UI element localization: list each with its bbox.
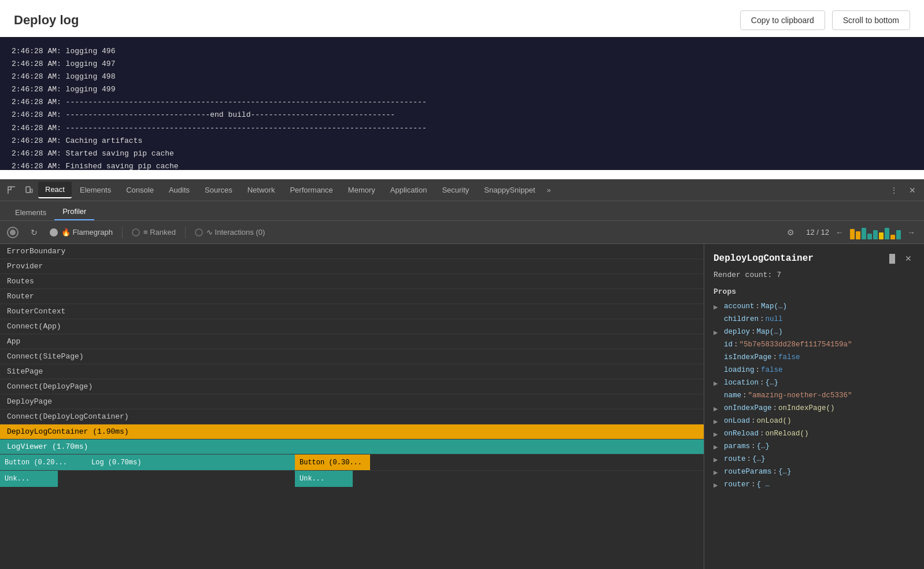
- expand-arrow-account[interactable]: ▶: [714, 302, 722, 312]
- prop-isindexpage: ▶ isIndexPage : false: [714, 352, 915, 364]
- more-tabs-button[interactable]: »: [544, 183, 555, 197]
- component-bars-row: Button (0.20... Log (0.70ms) Button (0.3…: [0, 455, 704, 471]
- log-line: 2:46:28 AM: Started saving pip cache: [12, 147, 912, 160]
- subtab-elements[interactable]: Elements: [7, 205, 54, 220]
- component-row[interactable]: Router: [0, 289, 704, 304]
- log-line: 2:46:28 AM: ----------------------------…: [12, 109, 912, 121]
- details-header: DeployLogContainer ▐▌ ✕: [714, 252, 915, 265]
- component-details-panel: DeployLogContainer ▐▌ ✕ Render count: 7 …: [704, 244, 924, 569]
- tab-performance[interactable]: Performance: [283, 182, 339, 198]
- component-row[interactable]: RouterContext: [0, 304, 704, 319]
- tab-memory[interactable]: Memory: [341, 182, 382, 198]
- flame-mini-bar: [885, 228, 889, 239]
- expand-arrow-routeparams[interactable]: ▶: [714, 468, 722, 477]
- log-line: 2:46:28 AM: Finished saving pip cache: [12, 160, 912, 170]
- log-line: 2:46:28 AM: logging 496: [12, 45, 912, 58]
- devtools-topbar-right: ⋮ ✕: [886, 182, 921, 198]
- toolbar-separator-1: [122, 227, 123, 238]
- flame-mini-bar: [862, 228, 866, 239]
- profiler-toolbar: ↻ 🔥 Flamegraph ≡ Ranked ∿ Interactions (…: [0, 221, 924, 244]
- button-bar-right[interactable]: Button (0.30...: [295, 455, 370, 470]
- settings-icon[interactable]: ⚙: [785, 227, 797, 238]
- sub-bars-row: Unk... Unk...: [0, 471, 704, 487]
- profiler-nav-count: 12 / 12: [806, 228, 829, 237]
- expand-arrow-deploy[interactable]: ▶: [714, 328, 722, 337]
- svg-rect-4: [31, 189, 32, 193]
- ranked-radio: [132, 228, 140, 237]
- prop-routeparams: ▶ routeParams : {…}: [714, 466, 915, 479]
- tab-snappysnippet[interactable]: SnappySnippet: [477, 182, 542, 198]
- interactions-option[interactable]: ∿ Interactions (0): [195, 228, 265, 237]
- close-devtools-icon[interactable]: ✕: [904, 182, 921, 198]
- tab-react[interactable]: React: [38, 182, 72, 198]
- device-toggle-icon[interactable]: [21, 182, 37, 198]
- component-row[interactable]: App: [0, 334, 704, 349]
- tab-audits[interactable]: Audits: [162, 182, 197, 198]
- expand-arrow-route[interactable]: ▶: [714, 455, 722, 464]
- ranked-option[interactable]: ≡ Ranked: [132, 228, 176, 237]
- component-row[interactable]: SitePage: [0, 364, 704, 379]
- prop-onreload: ▶ onReload : onReload(): [714, 428, 915, 441]
- unk-bar-right[interactable]: Unk...: [295, 471, 353, 487]
- close-details-icon[interactable]: ✕: [902, 252, 915, 265]
- deploy-log-actions: Copy to clipboard Scroll to bottom: [740, 10, 910, 30]
- prop-onindexpage: ▶ onIndexPage : onIndexPage(): [714, 402, 915, 415]
- expand-arrow-params[interactable]: ▶: [714, 442, 722, 452]
- tab-console[interactable]: Console: [119, 182, 161, 198]
- prop-location: ▶ location : {…}: [714, 377, 915, 390]
- flame-mini-bar: [879, 232, 884, 239]
- component-row[interactable]: DeployPage: [0, 394, 704, 409]
- prop-route: ▶ route : {…}: [714, 453, 915, 466]
- reload-record-button[interactable]: ↻: [28, 226, 40, 239]
- log-bar[interactable]: Log (0.70ms): [87, 455, 295, 470]
- unk-bar-left[interactable]: Unk...: [0, 471, 58, 487]
- component-tree: ErrorBoundary Provider Routes Router Rou…: [0, 244, 704, 569]
- profiler-prev-button[interactable]: ←: [834, 227, 845, 238]
- copy-to-clipboard-button[interactable]: Copy to clipboard: [740, 10, 825, 30]
- tab-elements[interactable]: Elements: [73, 182, 118, 198]
- flame-mini-bar: [896, 230, 901, 239]
- expand-arrow-onload[interactable]: ▶: [714, 417, 722, 426]
- flame-chart-mini[interactable]: [850, 226, 901, 239]
- component-row[interactable]: Connect(DeployPage): [0, 379, 704, 394]
- record-button[interactable]: [7, 227, 19, 238]
- log-line: 2:46:28 AM: logging 497: [12, 58, 912, 71]
- expand-arrow-onindexpage[interactable]: ▶: [714, 404, 722, 413]
- subtab-profiler[interactable]: Profiler: [54, 204, 94, 220]
- component-row[interactable]: Connect(SitePage): [0, 349, 704, 364]
- expand-arrow-location[interactable]: ▶: [714, 379, 722, 388]
- prop-account: ▶ account : Map(…): [714, 301, 915, 313]
- component-row-highlighted[interactable]: DeployLogContainer (1.90ms): [0, 424, 704, 439]
- profiler-next-button[interactable]: →: [905, 227, 917, 238]
- flame-mini-bar: [890, 235, 895, 239]
- bar-chart-icon[interactable]: ▐▌: [886, 252, 899, 265]
- devtools-tabbar: React Elements Console Audits Sources Ne…: [0, 179, 924, 201]
- toolbar-separator-2: [185, 227, 186, 238]
- component-row-teal[interactable]: LogViewer (1.70ms): [0, 439, 704, 455]
- prop-loading: ▶ loading : false: [714, 364, 915, 377]
- details-component-name: DeployLogContainer: [714, 253, 814, 264]
- details-icons: ▐▌ ✕: [886, 252, 915, 265]
- expand-arrow-onreload[interactable]: ▶: [714, 430, 722, 439]
- tab-security[interactable]: Security: [435, 182, 476, 198]
- component-row[interactable]: Provider: [0, 259, 704, 274]
- inspect-element-icon[interactable]: [3, 182, 20, 198]
- scroll-to-bottom-button[interactable]: Scroll to bottom: [832, 10, 910, 30]
- component-row[interactable]: Connect(DeployLogContainer): [0, 409, 704, 424]
- expand-arrow-router[interactable]: ▶: [714, 481, 722, 490]
- tab-application[interactable]: Application: [383, 182, 434, 198]
- more-options-icon[interactable]: ⋮: [886, 182, 902, 198]
- component-row[interactable]: ErrorBoundary: [0, 244, 704, 259]
- tab-network[interactable]: Network: [241, 182, 282, 198]
- deploy-log-title: Deploy log: [14, 13, 79, 28]
- component-row[interactable]: Routes: [0, 274, 704, 289]
- deploy-log-section: Deploy log Copy to clipboard Scroll to b…: [0, 0, 924, 179]
- deploy-log-header: Deploy log Copy to clipboard Scroll to b…: [0, 0, 924, 37]
- log-line: 2:46:28 AM: Caching artifacts: [12, 135, 912, 147]
- flamegraph-option[interactable]: 🔥 Flamegraph: [50, 228, 113, 237]
- button-bar-left[interactable]: Button (0.20...: [0, 455, 87, 470]
- component-row[interactable]: Connect(App): [0, 319, 704, 334]
- profiler-nav: 12 / 12 ← →: [806, 226, 917, 239]
- prop-name: ▶ name : "amazing-noether-dc5336": [714, 390, 915, 402]
- tab-sources[interactable]: Sources: [198, 182, 239, 198]
